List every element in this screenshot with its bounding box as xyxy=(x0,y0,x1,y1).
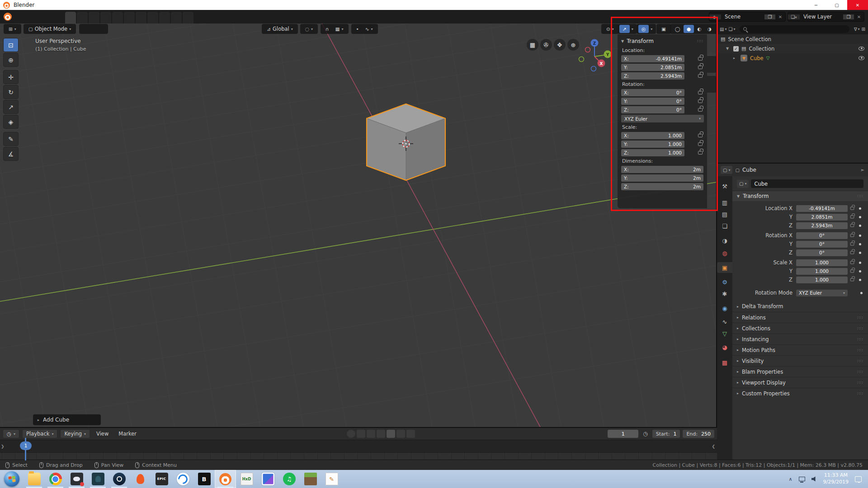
section-row[interactable]: ▸ Instancing ∷∷ xyxy=(732,333,868,344)
outliner-row-cube[interactable]: ▸ ▼ Cube ▽ xyxy=(717,53,868,63)
outliner-funnel-dropdown[interactable]: ∇▾ xyxy=(854,27,860,32)
lock-icon[interactable] xyxy=(698,89,703,96)
tool-rotate[interactable]: ↻ xyxy=(3,85,19,99)
nav-perspective-grid[interactable]: ▦ xyxy=(527,39,538,51)
tray-chevron-icon[interactable]: ∧ xyxy=(789,476,793,482)
rotation-field[interactable]: Z: 0° xyxy=(621,106,684,113)
taskbar-app-origin[interactable] xyxy=(130,470,151,488)
taskbar-app-chrome[interactable] xyxy=(45,470,66,488)
lock-icon[interactable] xyxy=(850,214,854,220)
transport-prev-keyframe[interactable] xyxy=(367,430,375,438)
workspace-tab-scripting[interactable] xyxy=(171,12,182,23)
use-preview-range-icon[interactable]: ◷ xyxy=(643,431,647,437)
value-field[interactable]: -0.49141m xyxy=(796,205,848,212)
lock-icon[interactable] xyxy=(850,250,854,255)
properties-tab-world[interactable]: ◍ xyxy=(717,248,732,258)
properties-tab-physics[interactable]: ◉ xyxy=(717,303,732,314)
scale-field[interactable]: X: 1.000 xyxy=(621,132,684,139)
lock-icon[interactable] xyxy=(850,241,854,247)
tool-select-box[interactable]: ⊡ xyxy=(3,38,19,52)
properties-tab-data[interactable]: ▽ xyxy=(717,328,732,339)
pin-icon[interactable]: ➣ xyxy=(860,167,864,173)
properties-tab-tool[interactable]: ⚒ xyxy=(717,181,732,192)
scene-icon[interactable]: ◈▾ xyxy=(709,14,721,19)
section-delta-transform[interactable]: ▸ Delta Transform xyxy=(732,301,868,312)
workspace-tab-shading[interactable] xyxy=(124,12,135,23)
rotation-field[interactable]: X: 0° xyxy=(621,89,684,96)
sidebar-tab-tool[interactable] xyxy=(707,56,717,73)
properties-tab-material[interactable]: ◕ xyxy=(717,342,732,352)
overlays-toggle[interactable]: ◎ xyxy=(638,25,649,33)
playback-menu[interactable]: Playback▾ xyxy=(22,429,57,438)
scale-field[interactable]: Z: 1.000 xyxy=(621,149,684,156)
outliner-row-scene-collection[interactable]: ▤ Scene Collection xyxy=(717,34,868,44)
section-row[interactable]: ▸ Motion Paths ∷∷ xyxy=(732,344,868,355)
timeline-editor-type-button[interactable]: ◷▾ xyxy=(3,429,19,438)
marker-menu[interactable]: Marker xyxy=(115,430,140,438)
new-collection-button[interactable]: ⊞ xyxy=(862,27,865,32)
animate-dot[interactable] xyxy=(859,207,861,210)
nav-camera-view[interactable]: ✇ xyxy=(540,39,552,51)
transport-prev-frame[interactable] xyxy=(377,430,385,438)
animate-dot[interactable] xyxy=(859,252,861,254)
lock-icon[interactable] xyxy=(698,64,703,70)
collection-checkbox[interactable]: ✓ xyxy=(733,46,739,52)
animate-dot[interactable] xyxy=(859,225,861,227)
new-scene-button[interactable]: ❐ xyxy=(764,14,775,19)
outliner-display-mode-dropdown[interactable]: ▤▾ xyxy=(720,27,726,32)
taskbar-app-spotify[interactable]: ♫ xyxy=(278,470,300,488)
outliner-row-collection[interactable]: ▼ ✓ ▤ Collection xyxy=(717,44,868,53)
snap-to-dropdown[interactable]: ▦▾ xyxy=(332,26,347,32)
snap-toggle[interactable]: ∩ xyxy=(322,26,332,32)
lock-icon[interactable] xyxy=(698,56,703,62)
transform-panel-header[interactable]: ▼ Transform ∷∷ xyxy=(621,37,703,46)
lock-icon[interactable] xyxy=(850,206,854,211)
xray-toggle[interactable]: ▣ xyxy=(656,24,671,34)
properties-tab-texture[interactable]: ▩ xyxy=(717,357,732,368)
workspace-tab-texture-paint[interactable] xyxy=(112,12,123,23)
view-layer-name-field[interactable]: View Layer xyxy=(800,14,843,20)
outliner-filter-icon[interactable]: ❏▾ xyxy=(728,27,735,32)
tool-measure[interactable]: ∡ xyxy=(3,147,19,161)
expand-left-icon[interactable]: ❯ xyxy=(1,444,5,449)
properties-tab-scene[interactable]: ◑ xyxy=(717,235,732,246)
hide-eye-icon[interactable] xyxy=(859,55,864,61)
shading-solid-button[interactable]: ● xyxy=(684,25,694,33)
tool-move[interactable]: ✛ xyxy=(3,70,19,84)
outliner-search-input[interactable] xyxy=(740,25,849,33)
viewport-3d-scene[interactable] xyxy=(0,23,717,427)
taskbar-app-minecraft[interactable] xyxy=(300,470,321,488)
shading-rendered-button[interactable]: ◑ xyxy=(704,26,715,32)
shading-wireframe-button[interactable]: ◯ xyxy=(672,26,684,32)
gizmo-toggle[interactable]: ↗ xyxy=(619,25,630,33)
editor-type-button[interactable]: ⊞▾ xyxy=(4,24,21,34)
lock-icon[interactable] xyxy=(850,233,854,238)
value-field[interactable]: 2.0851m xyxy=(796,214,848,221)
blender-menu-logo-icon[interactable] xyxy=(4,13,12,21)
lock-icon[interactable] xyxy=(850,223,854,228)
section-row[interactable]: ▸ Relations ∷∷ xyxy=(732,312,868,323)
navigation-axis-gizmo[interactable]: Z Y X xyxy=(574,35,617,78)
properties-tab-output[interactable]: ▤ xyxy=(717,209,732,220)
workspace-tab-animation[interactable] xyxy=(136,12,146,23)
taskbar-app-photos[interactable] xyxy=(257,470,278,488)
current-frame-field[interactable]: 1 xyxy=(608,430,638,438)
nav-pan-view[interactable]: ✥ xyxy=(554,39,566,51)
value-field[interactable]: 1.000 xyxy=(796,277,848,283)
dimensions-field[interactable]: Z: 2m xyxy=(621,183,703,190)
lock-icon[interactable] xyxy=(698,141,703,147)
value-field[interactable]: 1.000 xyxy=(796,268,848,275)
value-field[interactable]: 1.000 xyxy=(796,259,848,266)
workspace-tab-sculpting[interactable] xyxy=(89,12,99,23)
value-field[interactable]: 0° xyxy=(796,241,848,248)
location-field[interactable]: X: -0.49141m xyxy=(621,55,684,62)
dimensions-field[interactable]: X: 2m xyxy=(621,166,703,173)
location-field[interactable]: Z: 2.5943m xyxy=(621,72,684,80)
animate-dot[interactable] xyxy=(860,292,863,294)
animate-dot[interactable] xyxy=(859,243,861,245)
scale-field[interactable]: Y: 1.000 xyxy=(621,141,684,148)
tool-scale[interactable]: ↗ xyxy=(3,100,19,114)
sidebar-tab-item[interactable] xyxy=(707,36,717,53)
properties-tab-particles[interactable]: ✱ xyxy=(717,288,732,299)
proportional-falloff-dropdown[interactable]: ∿▾ xyxy=(362,26,376,32)
